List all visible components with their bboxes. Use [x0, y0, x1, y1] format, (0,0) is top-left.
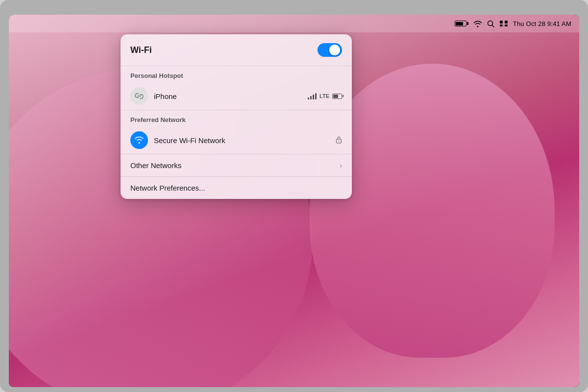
battery-body	[455, 21, 466, 26]
secure-wifi-item[interactable]: Secure Wi-Fi Network	[121, 126, 352, 154]
iphone-battery-tip	[343, 95, 343, 98]
panel-header: Wi-Fi	[121, 34, 352, 66]
battery-tip	[467, 22, 468, 25]
other-networks-label: Other Networks	[130, 161, 181, 170]
bar-1	[308, 98, 309, 99]
wifi-panel: Wi-Fi Personal Hotspot iPhone	[121, 34, 352, 199]
personal-hotspot-label: Personal Hotspot	[121, 66, 352, 82]
other-networks-item[interactable]: Other Networks ›	[121, 154, 352, 176]
lte-badge: LTE	[319, 93, 329, 99]
wifi-menubar-icon[interactable]	[473, 20, 482, 27]
lock-icon	[336, 136, 342, 145]
svg-point-7	[339, 141, 340, 142]
wifi-toggle[interactable]	[318, 43, 342, 57]
svg-rect-3	[505, 21, 508, 24]
search-menubar-icon[interactable]	[487, 20, 494, 27]
macbook-frame: Thu Oct 28 9:41 AM Wi-Fi Personal Hotspo…	[0, 0, 588, 392]
control-center-icon[interactable]	[499, 20, 508, 27]
screen: Thu Oct 28 9:41 AM Wi-Fi Personal Hotspo…	[9, 15, 579, 387]
toggle-knob	[329, 45, 340, 55]
iphone-hotspot-item[interactable]: iPhone LTE	[121, 82, 352, 110]
bar-3	[313, 95, 314, 99]
network-preferences-label: Network Preferences...	[130, 184, 205, 192]
signal-bars-icon	[308, 93, 317, 99]
iphone-battery-fill	[333, 95, 338, 98]
svg-rect-5	[505, 24, 508, 26]
iphone-battery-body	[332, 94, 342, 99]
menubar-time: Thu Oct 28 9:41 AM	[513, 20, 571, 27]
iphone-meta: LTE	[308, 93, 342, 99]
menubar: Thu Oct 28 9:41 AM	[9, 15, 579, 32]
secure-wifi-icon-wrap	[130, 131, 148, 149]
hotspot-icon-wrap	[130, 87, 148, 105]
iphone-name: iPhone	[154, 92, 308, 100]
wifi-panel-title: Wi-Fi	[130, 45, 152, 55]
bar-4	[315, 93, 317, 99]
bar-2	[310, 96, 312, 99]
secure-wifi-name: Secure Wi-Fi Network	[154, 136, 336, 145]
svg-rect-2	[500, 21, 503, 24]
menubar-right: Thu Oct 28 9:41 AM	[455, 20, 571, 27]
network-preferences-item[interactable]: Network Preferences...	[121, 176, 352, 199]
battery-fill	[456, 22, 463, 25]
chevron-right-icon: ›	[340, 162, 342, 170]
preferred-network-label: Preferred Network	[121, 110, 352, 126]
battery-icon	[455, 21, 468, 26]
svg-rect-4	[500, 24, 503, 26]
svg-line-1	[492, 25, 494, 27]
iphone-battery-icon	[332, 94, 342, 99]
